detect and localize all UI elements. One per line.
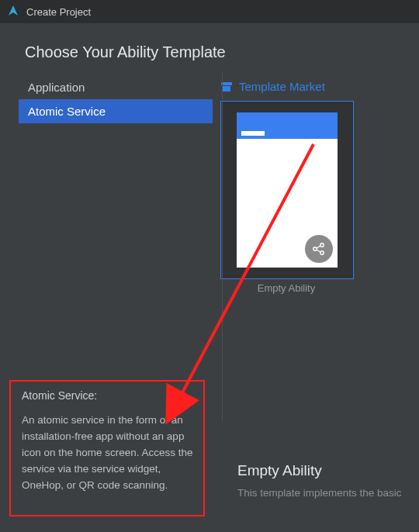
window-title: Create Project — [26, 6, 91, 18]
page-title: Choose Your Ability Template — [25, 43, 407, 61]
description-title: Atomic Service: — [22, 389, 194, 402]
svg-rect-0 — [221, 82, 232, 85]
detail-subtitle: This template implements the basic — [237, 487, 402, 499]
svg-point-3 — [320, 244, 324, 247]
detail-title: Empty Ability — [237, 462, 322, 479]
description-body: An atomic service in the form of an inst… — [22, 413, 194, 494]
column-divider — [222, 71, 223, 420]
category-list: Application Atomic Service — [19, 75, 213, 123]
app-logo-icon — [6, 5, 20, 19]
preview-header — [237, 112, 338, 139]
template-market-label: Template Market — [239, 80, 325, 93]
share-icon — [305, 235, 333, 263]
template-market-link[interactable]: Template Market — [220, 80, 325, 93]
description-callout: Atomic Service: An atomic service in the… — [9, 380, 205, 516]
template-card-empty-ability[interactable] — [220, 101, 354, 279]
svg-line-6 — [317, 250, 320, 252]
svg-rect-1 — [223, 86, 230, 92]
preview-body — [237, 139, 338, 268]
svg-point-4 — [320, 251, 324, 254]
category-application[interactable]: Application — [19, 75, 213, 99]
template-name: Empty Ability — [220, 282, 352, 294]
svg-point-2 — [313, 247, 317, 250]
title-bar: Create Project — [0, 0, 419, 23]
svg-line-5 — [317, 246, 320, 248]
category-atomic-service[interactable]: Atomic Service — [19, 99, 213, 123]
preview-header-bar — [241, 131, 265, 136]
template-preview — [237, 112, 338, 268]
